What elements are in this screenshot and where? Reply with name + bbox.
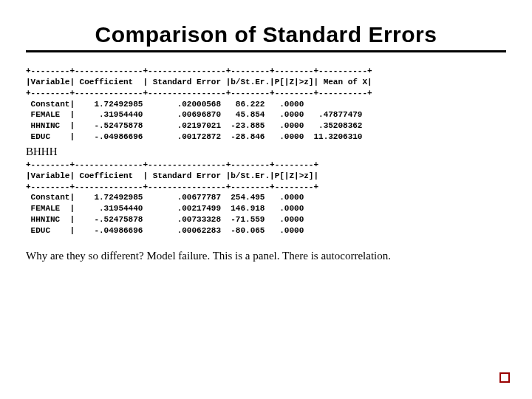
slide: Comparison of Standard Errors +--------+… — [0, 0, 532, 262]
regression-table-2: +--------+--------------+---------------… — [26, 160, 506, 236]
table1-header: |Variable| Coefficient | Standard Error … — [26, 78, 372, 86]
table-row: HHNINC | -.52475878 .02197021 -23.885 .0… — [26, 121, 362, 130]
table-row: Constant| 1.72492985 .00677787 254.495 .… — [26, 193, 304, 202]
table-row: EDUC | -.04986696 .00062283 -80.065 .000… — [26, 226, 304, 235]
table-row: HHNINC | -.52475878 .00733328 -71.559 .0… — [26, 215, 304, 224]
table-row: Constant| 1.72492985 .02000568 86.222 .0… — [26, 100, 304, 109]
decorative-square-icon — [499, 372, 510, 383]
table1-border-top: +--------+--------------+---------------… — [26, 66, 372, 75]
title-rule — [26, 50, 506, 52]
regression-table-1: +--------+--------------+---------------… — [26, 66, 506, 143]
table1-border-mid: +--------+--------------+---------------… — [26, 89, 372, 98]
table2-border-mid: +--------+--------------+---------------… — [26, 183, 318, 191]
footnote-text: Why are they so different? Model failure… — [26, 250, 506, 262]
section-label-bhhh: BHHH — [26, 146, 506, 158]
page-title: Comparison of Standard Errors — [26, 22, 506, 47]
table2-header: |Variable| Coefficient | Standard Error … — [26, 171, 318, 180]
table-row: EDUC | -.04986696 .00172872 -28.846 .000… — [26, 132, 362, 141]
table2-border-top: +--------+--------------+---------------… — [26, 160, 318, 169]
table-row: FEMALE | .31954440 .00217499 146.918 .00… — [26, 204, 304, 213]
table-row: FEMALE | .31954440 .00696870 45.854 .000… — [26, 110, 362, 119]
